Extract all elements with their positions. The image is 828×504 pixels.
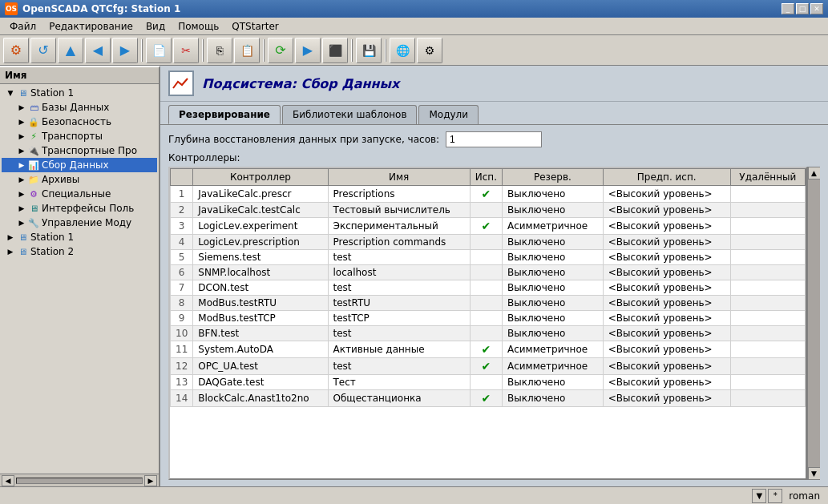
- toolbar-up-btn[interactable]: ▲: [58, 38, 83, 63]
- toolbar-settings-btn[interactable]: ⚙: [417, 38, 442, 63]
- close-button[interactable]: ✕: [810, 3, 823, 14]
- sidebar-item-station2[interactable]: ▶ 🖥 Station 2: [2, 244, 157, 259]
- toolbar-save-btn[interactable]: 💾: [356, 38, 382, 63]
- cell-num: 8: [171, 296, 193, 311]
- scroll-left-btn[interactable]: ◀: [2, 475, 14, 486]
- expand-icon-db[interactable]: ▶: [16, 102, 27, 113]
- cell-active: ✔: [470, 186, 502, 203]
- vscroll-down-btn[interactable]: ▼: [808, 467, 821, 480]
- menu-edit[interactable]: Редактирование: [42, 19, 139, 34]
- table-header-row: Контроллер Имя Исп. Резерв. Предп. исп. …: [171, 169, 806, 186]
- sidebar-item-transproto[interactable]: ▶ 🔌 Транспортные Про: [2, 143, 157, 158]
- cell-num: 9: [171, 311, 193, 326]
- cell-name: testTCP: [328, 311, 470, 326]
- table-row[interactable]: 4 LogicLev.prescription Prescription com…: [171, 235, 806, 250]
- table-row[interactable]: 5 Siemens.test test Выключено <Высокий у…: [171, 250, 806, 265]
- sidebar-item-station1b[interactable]: ▶ 🖥 Station 1: [2, 230, 157, 244]
- sidebar-item-special[interactable]: ▶ ⚙ Специальные: [2, 187, 157, 201]
- expand-icon-mgmt[interactable]: ▶: [16, 217, 27, 228]
- tab-reserve[interactable]: Резервирование: [168, 105, 281, 124]
- scroll-right-btn[interactable]: ▶: [144, 475, 157, 486]
- sidebar-item-db[interactable]: ▶ 🗃 Базы Данных: [2, 100, 157, 115]
- scroll-track[interactable]: [16, 478, 143, 484]
- toolbar-network-btn[interactable]: 🌐: [390, 38, 415, 63]
- cell-name: testRTU: [328, 296, 470, 311]
- sidebar-item-label-iface: Интерфейсы Поль: [42, 203, 134, 214]
- cell-remote: [730, 280, 805, 296]
- cell-remote: [730, 186, 805, 203]
- toolbar-play-btn[interactable]: ▶: [295, 38, 321, 63]
- cell-remote: [730, 311, 805, 326]
- toolbar-stop-btn[interactable]: ⬛: [322, 38, 348, 63]
- expand-icon-tp[interactable]: ▶: [16, 145, 27, 156]
- toolbar-reload-btn[interactable]: ⟳: [268, 38, 293, 63]
- table-row[interactable]: 14 BlockCalc.Anast1to2no Общестанционка …: [171, 390, 806, 407]
- table-row[interactable]: 3 LogicLev.experiment Экспериментальный …: [171, 218, 806, 235]
- toolbar-refresh-btn[interactable]: ↺: [30, 38, 56, 63]
- toolbar-paste-btn[interactable]: 📋: [234, 38, 260, 63]
- status-btn-star[interactable]: *: [768, 489, 782, 503]
- table-row[interactable]: 9 ModBus.testTCP testTCP Выключено <Высо…: [171, 311, 806, 326]
- vscroll-track[interactable]: [808, 179, 821, 467]
- cell-controller: ModBus.testRTU: [193, 296, 328, 311]
- sidebar-item-mgmt[interactable]: ▶ 🔧 Управление Моду: [2, 216, 157, 230]
- sidebar-item-iface[interactable]: ▶ 🖥 Интерфейсы Поль: [2, 201, 157, 216]
- cell-reserve: Асимметричное: [502, 341, 603, 358]
- expand-icon-collect[interactable]: ▶: [16, 159, 27, 171]
- sidebar-hscroll: ◀ ▶: [0, 474, 159, 486]
- menu-help[interactable]: Помощь: [172, 19, 225, 34]
- sidebar-item-transports[interactable]: ▶ ⚡ Транспорты: [2, 129, 157, 143]
- table-row[interactable]: 8 ModBus.testRTU testRTU Выключено <Высо…: [171, 296, 806, 311]
- cell-controller: Siemens.test: [193, 250, 328, 265]
- toolbar-delete-btn[interactable]: ✂: [173, 38, 199, 63]
- toolbar-new-btn[interactable]: 📄: [146, 38, 172, 63]
- menu-qtstarter[interactable]: QTStarter: [225, 19, 285, 34]
- table-row[interactable]: 12 OPC_UA.test test ✔ Асимметричное <Выс…: [171, 358, 806, 375]
- table-row[interactable]: 13 DAQGate.test Тест Выключено <Высокий …: [171, 375, 806, 390]
- expand-icon-arch[interactable]: ▶: [16, 174, 27, 185]
- maximize-button[interactable]: □: [796, 3, 809, 14]
- sidebar-item-archive[interactable]: ▶ 📁 Архивы: [2, 172, 157, 187]
- toolbar-sep-5: [385, 39, 386, 62]
- toolbar-forward-btn[interactable]: ▶: [112, 38, 138, 63]
- vscroll-up-btn[interactable]: ▲: [808, 167, 821, 179]
- table-row[interactable]: 2 JavaLikeCalc.testCalc Тестовый вычисли…: [171, 203, 806, 218]
- cell-controller: DAQGate.test: [193, 375, 328, 390]
- table-row[interactable]: 1 JavaLikeCalc.prescr Prescriptions ✔ Вы…: [171, 186, 806, 203]
- check-icon: ✔: [482, 343, 491, 356]
- cell-remote: [730, 296, 805, 311]
- status-btn-down[interactable]: ▼: [752, 489, 766, 503]
- toolbar-back-btn[interactable]: ◀: [85, 38, 111, 63]
- depth-input[interactable]: [446, 131, 542, 147]
- toolbar-app-btn[interactable]: ⚙: [3, 38, 29, 63]
- sidebar-item-station1[interactable]: ▼ 🖥 Station 1: [2, 86, 157, 100]
- cell-remote: [730, 326, 805, 341]
- cell-num: 13: [171, 375, 193, 390]
- expand-icon-spec[interactable]: ▶: [16, 188, 27, 200]
- menu-file[interactable]: Файл: [3, 19, 42, 34]
- expand-icon-sec[interactable]: ▶: [16, 116, 27, 127]
- table-row[interactable]: 11 System.AutoDA Активные данные ✔ Асимм…: [171, 341, 806, 358]
- check-icon: ✔: [482, 392, 491, 405]
- forward-icon: ▶: [120, 42, 130, 58]
- sidebar-item-collect[interactable]: ▶ 📊 Сбор Данных: [2, 158, 157, 172]
- table-scroll[interactable]: Контроллер Имя Исп. Резерв. Предп. исп. …: [170, 168, 806, 478]
- menu-view[interactable]: Вид: [139, 19, 172, 34]
- tab-modules[interactable]: Модули: [418, 105, 479, 124]
- expand-icon-iface[interactable]: ▶: [16, 203, 27, 214]
- cell-remote: [730, 390, 805, 407]
- table-row[interactable]: 7 DCON.test test Выключено <Высокий уров…: [171, 280, 806, 296]
- expand-icon-trans[interactable]: ▶: [16, 131, 27, 142]
- sidebar-item-security[interactable]: ▶ 🔒 Безопасность: [2, 115, 157, 129]
- minimize-button[interactable]: _: [782, 3, 794, 14]
- table-row[interactable]: 6 SNMP.localhost localhost Выключено <Вы…: [171, 265, 806, 280]
- toolbar-copy-btn[interactable]: ⎘: [207, 38, 232, 63]
- table-row[interactable]: 10 BFN.test test Выключено <Высокий уров…: [171, 326, 806, 341]
- tab-libs[interactable]: Библиотеки шаблонов: [282, 105, 417, 124]
- expand-icon-s2[interactable]: ▶: [5, 246, 16, 257]
- archive-icon: 📁: [27, 173, 40, 186]
- cell-preferred: <Высокий уровень>: [603, 341, 730, 358]
- expand-icon[interactable]: ▼: [5, 87, 16, 99]
- table-container: Контроллер Имя Исп. Резерв. Предп. исп. …: [168, 167, 807, 480]
- expand-icon-s1b[interactable]: ▶: [5, 232, 16, 243]
